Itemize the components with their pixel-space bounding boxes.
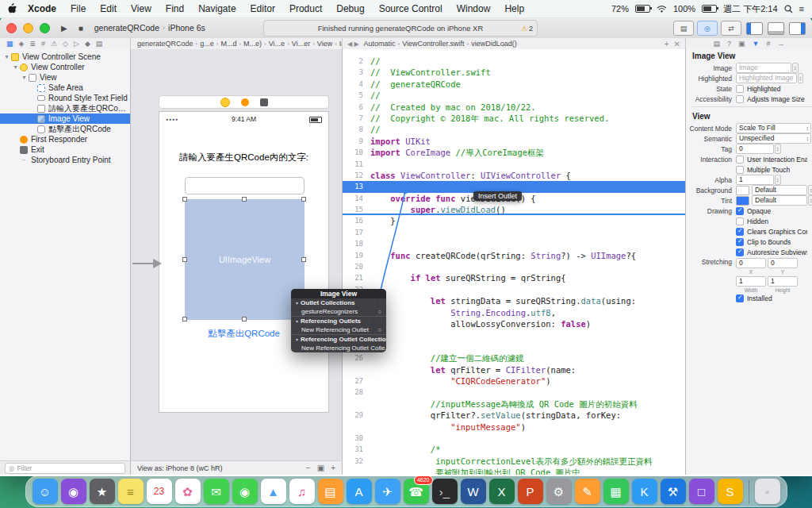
code-line[interactable]: 26 //建立一個二維碼的濾鏡 xyxy=(343,352,685,364)
code-line[interactable]: 11 xyxy=(343,159,685,170)
popup-arrows-icon[interactable]: ↕ xyxy=(808,195,812,206)
zoom-actual-button[interactable]: ▣ xyxy=(317,464,324,472)
apple-logo-icon[interactable] xyxy=(8,3,17,14)
connection-circle-icon[interactable]: ○ xyxy=(378,327,381,333)
zoom-out-button[interactable]: − xyxy=(306,464,311,472)
messages-dock-icon[interactable]: ✉ xyxy=(204,479,229,504)
issue-navigator-icon[interactable]: ⚠ xyxy=(51,40,57,48)
user-interaction-enabled-checkbox[interactable] xyxy=(736,156,744,164)
breadcrumb-item[interactable]: View xyxy=(316,40,334,48)
code-line[interactable]: 18 xyxy=(343,238,685,249)
toggle-navigator-button[interactable] xyxy=(746,22,763,35)
popup-arrows-icon[interactable]: ↕ xyxy=(808,185,812,195)
toggle-utilities-button[interactable] xyxy=(789,22,806,35)
menu-debug[interactable]: Debug xyxy=(329,3,371,14)
debug-navigator-icon[interactable]: ▷ xyxy=(74,40,79,48)
code-line[interactable]: 10import CoreImage //導入CoreImage框架 xyxy=(343,147,685,158)
code-line[interactable]: let qrFilter = CIFilter(name: xyxy=(343,364,685,375)
jumpbar-item[interactable]: Automatic xyxy=(362,40,397,48)
disclosure-icon[interactable]: ▾ xyxy=(12,64,19,71)
trash-dock-icon[interactable]: ◦ xyxy=(755,479,780,504)
system-preferences-dock-icon[interactable]: ⚙ xyxy=(546,479,572,504)
menu-product[interactable]: Product xyxy=(282,3,329,14)
clip-to-bounds-checkbox[interactable] xyxy=(736,238,744,246)
tag-field[interactable]: 0 xyxy=(736,144,774,154)
notes-dock-icon[interactable]: ≡ xyxy=(118,479,144,504)
excel-dock-icon[interactable]: X xyxy=(489,479,515,504)
code-line[interactable]: 17 xyxy=(343,227,685,238)
alpha-field[interactable]: 1 xyxy=(736,175,774,185)
resize-handle[interactable] xyxy=(301,197,306,202)
menu-find[interactable]: Find xyxy=(159,3,191,14)
run-button[interactable]: ▶ xyxy=(61,24,67,33)
hud-row-outlet-collections[interactable]: ▾Outlet Collections xyxy=(291,298,386,307)
content-mode-popup[interactable]: Scale To Fill↕ xyxy=(736,123,811,133)
opaque-checkbox[interactable] xyxy=(736,207,744,215)
view-controller-icon[interactable] xyxy=(220,98,230,107)
jumpbar-item[interactable]: ViewController.swift xyxy=(400,40,465,48)
finder-dock-icon[interactable]: ☺ xyxy=(33,479,58,504)
nav-item-exit[interactable]: Exit xyxy=(0,144,130,155)
nav-item-round-style-text-field[interactable]: Round Style Text Field xyxy=(0,93,130,103)
code-line[interactable]: 12class ViewController: UIViewController… xyxy=(343,170,685,181)
image-field[interactable]: Image xyxy=(736,63,791,73)
quick-help-icon[interactable]: ? xyxy=(727,40,731,48)
hidden-checkbox[interactable] xyxy=(736,217,744,225)
code-line[interactable]: 22 xyxy=(343,284,685,295)
hud-row-gesturerecognizers[interactable]: gestureRecognizers○ xyxy=(291,307,386,316)
stepper[interactable]: ↕ xyxy=(792,63,799,73)
stretch-field[interactable]: 1 xyxy=(736,276,766,287)
code-line[interactable]: 7// Copyright © 2018年 mac. All rights re… xyxy=(343,113,685,124)
menu-source-control[interactable]: Source Control xyxy=(372,3,450,14)
warning-badge[interactable]: ⚠ 2 xyxy=(521,25,533,33)
stepper[interactable]: ↕ xyxy=(798,73,804,83)
multiple-touch-checkbox[interactable] xyxy=(736,166,744,174)
report-navigator-icon[interactable]: ▤ xyxy=(96,40,103,48)
breadcrumb-item[interactable]: generateQRCode xyxy=(136,40,195,48)
code-line[interactable]: 8// xyxy=(343,124,685,135)
code-line[interactable]: 28 xyxy=(343,387,685,398)
menu-help[interactable]: Help xyxy=(497,3,531,14)
code-line[interactable]: 19 func createQRCode(qrString: String?) … xyxy=(343,250,685,261)
clears-graphics-context-checkbox[interactable] xyxy=(736,228,744,236)
tint-popup[interactable]: Default xyxy=(752,195,807,206)
code-line[interactable]: 6// Created by mac on 2018/10/22. xyxy=(343,102,685,113)
maps-dock-icon[interactable]: ▲ xyxy=(261,479,286,504)
nav-item-qrcode[interactable]: 請輸入要產生QRCode內的... xyxy=(0,103,130,114)
source-control-icon[interactable]: ◈ xyxy=(19,40,25,48)
background-color-well[interactable] xyxy=(736,186,749,195)
attributes-inspector-icon[interactable]: ▼ xyxy=(753,40,760,48)
nav-item-view[interactable]: ▾View xyxy=(0,72,130,83)
hud-row-referencing-outlets[interactable]: ▾Referencing Outlets xyxy=(291,316,386,325)
image-view[interactable]: UIImageView xyxy=(185,199,304,320)
nav-item-view-controller-scene[interactable]: ▾View Controller Scene xyxy=(0,52,130,62)
code-line[interactable]: 4// generateQRCode xyxy=(343,79,685,90)
menu-view[interactable]: View xyxy=(124,3,159,14)
menu-window[interactable]: Window xyxy=(450,3,498,14)
identity-inspector-icon[interactable]: ▣ xyxy=(738,40,745,48)
nav-item-first-responder[interactable]: First Responder xyxy=(0,134,130,144)
code-line[interactable]: String.Encoding.utf8, xyxy=(343,307,685,318)
launchpad-dock-icon[interactable]: ★ xyxy=(90,479,115,504)
pages-dock-icon[interactable]: ✎ xyxy=(575,479,600,504)
stop-button[interactable]: ■ xyxy=(79,24,83,33)
breadcrumb-item[interactable]: Vi...e xyxy=(267,40,286,48)
resize-handle[interactable] xyxy=(242,317,247,321)
minimize-window-button[interactable] xyxy=(23,23,33,33)
xcode-dock-icon[interactable]: ⚒ xyxy=(661,479,686,504)
breadcrumb-item[interactable]: Vi...er xyxy=(290,40,312,48)
file-inspector-icon[interactable]: ▤ xyxy=(714,40,721,48)
exit-icon[interactable] xyxy=(260,98,268,106)
toggle-debug-area-button[interactable] xyxy=(768,22,784,35)
nav-item-storyboard-entry-point[interactable]: Storyboard Entry Point xyxy=(0,155,130,165)
menu-edit[interactable]: Edit xyxy=(93,3,124,14)
nav-item-safe-area[interactable]: Safe Area xyxy=(0,83,130,93)
code-line[interactable]: 3// ViewController.swift xyxy=(343,67,685,78)
highlighted-field[interactable]: Highlighted Image xyxy=(736,73,797,83)
code-line[interactable]: 27 "CIQRCodeGenerator") xyxy=(343,375,685,387)
view-controller-view[interactable]: ●●●● 9:41 AM 請輸入要產生QRCode內的文字: UIImageVi… xyxy=(159,111,329,413)
hud-row-referencing-outlet-collections[interactable]: ▾Referencing Outlet Collections xyxy=(291,334,386,344)
resize-handle[interactable] xyxy=(182,317,187,321)
view-as-label[interactable]: View as: iPhone 8 (wC hR) xyxy=(137,464,222,472)
code-line[interactable]: 15 super.viewDidLoad() xyxy=(343,204,685,215)
